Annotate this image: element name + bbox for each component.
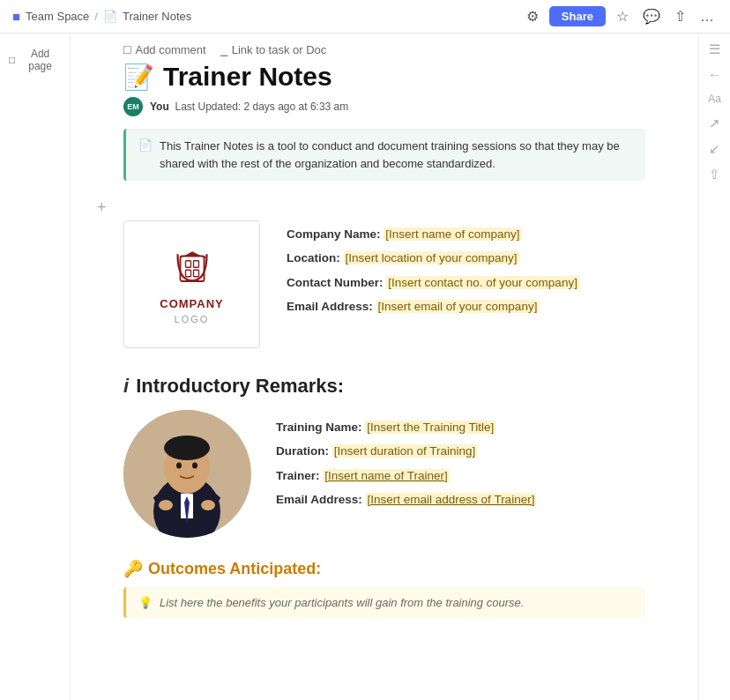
svg-point-13 [159, 500, 173, 510]
trainer-photo-svg [123, 410, 251, 538]
trainer-photo [123, 410, 251, 538]
outcomes-box[interactable]: 💡 List here the benefits your participan… [123, 587, 645, 618]
company-contact-value[interactable]: [Insert contact no. of your company] [386, 276, 579, 289]
introductory-icon: i [123, 375, 129, 398]
training-name-value[interactable]: [Insert the Training Title] [365, 421, 495, 434]
topbar-right: ⚙ Share ☆ 💬 ⇧ … [523, 6, 718, 26]
company-logo-svg [166, 245, 219, 294]
outcomes-placeholder: List here the benefits your participants… [160, 596, 524, 609]
link-icon: ⎯ [220, 42, 227, 56]
avatar: EM [123, 97, 143, 116]
company-email-value[interactable]: [Insert email of your company] [376, 300, 540, 313]
add-page-button[interactable]: □ Add page [9, 46, 61, 74]
company-name-label: Company Name: [287, 227, 381, 241]
topbar: ■ Team Space / 📄 Trainer Notes ⚙ Share ☆… [0, 0, 730, 34]
svg-rect-2 [193, 260, 198, 267]
page-title-row: 📝 Trainer Notes [123, 62, 645, 92]
doc-icon: 📄 [103, 10, 117, 23]
page-title[interactable]: Trainer Notes [163, 62, 332, 92]
company-location-label: Location: [287, 251, 340, 264]
author-name: You [150, 101, 169, 113]
company-logo-box: COMPANY LOGO [123, 220, 260, 348]
breadcrumb: ■ Team Space / 📄 Trainer Notes [12, 9, 191, 24]
outcomes-box-icon: 💡 [138, 596, 153, 609]
back-icon[interactable]: ← [708, 68, 721, 81]
svg-point-12 [192, 463, 197, 469]
introductory-heading: i Introductory Remarks: [123, 375, 645, 398]
trainer-name-label: Trainer: [276, 469, 320, 482]
add-block-button[interactable]: + [97, 198, 645, 217]
company-name-row: Company Name: [Insert name of company] [287, 226, 579, 243]
svg-rect-4 [193, 270, 198, 277]
add-comment-button[interactable]: □ Add comment [123, 42, 206, 56]
page-title-icon: 📝 [123, 63, 154, 92]
company-contact-label: Contact Number: [287, 276, 384, 289]
company-location-row: Location: [Insert location of your compa… [287, 249, 579, 267]
shrink-icon[interactable]: ↙ [709, 142, 720, 155]
company-contact-row: Contact Number: [Insert contact no. of y… [287, 274, 579, 292]
author-row: EM You Last Updated: 2 days ago at 6:33 … [123, 97, 645, 116]
training-name-row: Training Name: [Insert the Training Titl… [276, 419, 536, 436]
add-comment-label: Add comment [135, 43, 205, 56]
upload-icon[interactable]: ⇧ [709, 168, 720, 181]
add-page-label: Add page [19, 48, 61, 72]
team-space-icon: ■ [12, 9, 20, 24]
info-box: 📄 This Trainer Notes is a tool to conduc… [123, 129, 645, 181]
trainer-email-row: Email Address: [Insert email address of … [276, 491, 536, 509]
company-info: Company Name: [Insert name of company] L… [287, 220, 579, 322]
training-duration-value[interactable]: [Insert duration of Training] [332, 444, 478, 458]
trainer-email-label: Email Address: [276, 493, 362, 506]
trainer-info: Training Name: [Insert the Training Titl… [276, 410, 536, 515]
export-icon[interactable]: ⇧ [671, 6, 689, 26]
company-email-label: Email Address: [287, 300, 373, 313]
main-content: □ Add comment ⎯ Link to task or Doc 📝 Tr… [71, 34, 698, 700]
team-space-label[interactable]: Team Space [26, 10, 89, 23]
font-size-icon[interactable]: Aa [708, 93, 721, 104]
trainer-email-value[interactable]: [Insert email address of Trainer] [366, 493, 537, 506]
toolbar-row: □ Add comment ⎯ Link to task or Doc [123, 34, 645, 62]
outcomes-heading-text: Outcomes Anticipated: [148, 560, 321, 578]
link-label: Link to task or Doc [232, 43, 327, 56]
svg-point-14 [201, 500, 215, 510]
training-name-label: Training Name: [276, 421, 362, 434]
layout: □ Add page □ Add comment ⎯ Link to task … [0, 34, 730, 700]
training-duration-label: Duration: [276, 444, 329, 458]
svg-point-10 [164, 436, 210, 460]
expand-icon[interactable]: ↗ [709, 116, 720, 130]
author-text: You Last Updated: 2 days ago at 6:33 am [150, 101, 348, 113]
company-location-value[interactable]: [Insert location of your company] [344, 251, 519, 264]
outcomes-heading: 🔑 Outcomes Anticipated: [123, 559, 645, 578]
svg-point-11 [176, 463, 182, 469]
info-box-text: This Trainer Notes is a tool to conduct … [160, 138, 633, 172]
company-logo-text: COMPANY [160, 297, 223, 310]
right-sidebar: ☰ ← Aa ↗ ↙ ⇧ [698, 34, 730, 700]
trainer-name-value[interactable]: [Insert name of Trainer] [323, 469, 450, 482]
company-card: COMPANY LOGO Company Name: [Insert name … [123, 220, 645, 348]
list-icon[interactable]: ☰ [709, 42, 720, 56]
trainer-name-row: Trainer: [Insert name of Trainer] [276, 467, 536, 485]
settings-icon[interactable]: ⚙ [523, 6, 542, 26]
star-icon[interactable]: ☆ [613, 6, 632, 26]
link-button[interactable]: ⎯ Link to task or Doc [220, 42, 327, 56]
doc-name-label[interactable]: Trainer Notes [123, 10, 191, 23]
svg-rect-3 [185, 270, 190, 277]
company-email-row: Email Address: [Insert email of your com… [287, 298, 579, 316]
outcomes-icon: 🔑 [123, 559, 143, 578]
share-button[interactable]: Share [549, 6, 606, 26]
introductory-heading-text: Introductory Remarks: [136, 375, 344, 398]
last-updated: Last Updated: 2 days ago at 6:33 am [175, 101, 348, 113]
trainer-card: Training Name: [Insert the Training Titl… [123, 410, 645, 538]
breadcrumb-sep1: / [94, 10, 98, 23]
svg-rect-1 [185, 260, 190, 267]
info-icon: 📄 [138, 138, 153, 152]
company-name-value[interactable]: [Insert name of company] [384, 227, 521, 241]
training-duration-row: Duration: [Insert duration of Training] [276, 443, 536, 460]
more-icon[interactable]: … [696, 7, 718, 26]
comment-icon: □ [123, 42, 130, 56]
add-page-icon: □ [9, 54, 15, 66]
left-sidebar: □ Add page [0, 34, 71, 700]
chat-icon[interactable]: 💬 [639, 6, 664, 26]
company-logo-label: LOGO [175, 314, 210, 324]
